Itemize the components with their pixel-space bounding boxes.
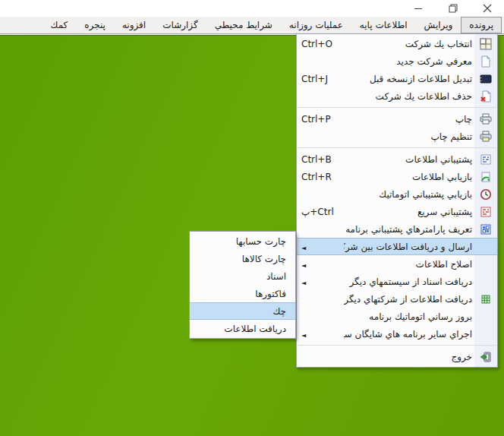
file-menu-item-20[interactable]: خروج [297, 348, 497, 365]
menubar-item-label: كمك [51, 20, 68, 30]
menubar-item-4[interactable]: شرايط محيطي [206, 17, 281, 33]
menu-separator [298, 345, 496, 346]
file-menu-item-17[interactable]: بروز رساني اتوماتيك برنامه [297, 308, 497, 325]
restore-button[interactable] [436, 0, 470, 17]
menubar-item-label: افزونه [122, 20, 146, 30]
submenu-item-label: دريافت اطلاعات [190, 324, 295, 334]
file-menu-item-13[interactable]: ارسال و دريافت اطلاعات بين شركتها◄ [297, 238, 497, 255]
menu-item-label: چاپ [344, 114, 474, 125]
new-document-icon [474, 55, 497, 68]
menu-item-shortcut: Ctrl+R [297, 172, 344, 182]
delete-document-icon [474, 90, 497, 103]
submenu-arrow-icon: ◄ [297, 276, 344, 287]
menubar-item-3[interactable]: عمليات روزانه [281, 17, 351, 33]
submenu-item-4[interactable]: چك [190, 302, 295, 320]
submenu-item-5[interactable]: دريافت اطلاعات [190, 320, 295, 337]
menu-item-label: خروج [344, 352, 474, 362]
submenu-item-label: فاكتورها [190, 289, 295, 299]
menubar-item-1[interactable]: ويرايش [416, 17, 461, 33]
menubar-item-0[interactable]: پرونده [461, 17, 502, 33]
menu-item-label: ارسال و دريافت اطلاعات بين شركتها [344, 242, 474, 252]
menu-item-shortcut: Ctrl+B [297, 154, 344, 165]
close-button[interactable] [470, 0, 504, 17]
menu-item-shortcut: Ctrl+J [297, 74, 344, 84]
close-icon [483, 4, 492, 13]
menubar-item-label: پرونده [469, 20, 493, 30]
printer-setup-icon [474, 131, 497, 143]
menu-item-label: انتخاب يك شركت [344, 39, 474, 49]
file-menu-item-11[interactable]: پشتيباني سريعCtrl+پ [297, 203, 497, 220]
menu-item-label: بازيابي پشتيباني اتوماتيك [344, 189, 474, 200]
file-menu-item-12[interactable]: تعريف پارامترهاي پشتيباني برنامه ريزي شد… [297, 220, 497, 238]
svg-text:C:\: C:\ [480, 77, 482, 83]
menu-item-label: بازيابي اطلاعات [344, 172, 474, 182]
menubar-item-2[interactable]: اطلاعات پايه [351, 17, 416, 33]
submenu-item-label: چارت كالاها [190, 254, 295, 264]
menubar-item-label: عمليات روزانه [289, 20, 343, 30]
menu-item-label: دريافت اسناد از سيستمهاي ديگر [344, 276, 474, 287]
menu-item-label: دريافت اطلاعات از شركتهاي ديگر [344, 294, 474, 305]
menu-item-label: اجراي ساير برنامه هاي شايگان سيستم [344, 329, 474, 340]
params-grid-icon [474, 223, 497, 235]
menu-item-label: تنظيم چاپ [344, 131, 474, 142]
file-menu-item-15[interactable]: دريافت اسناد از سيستمهاي ديگر◄ [297, 273, 497, 290]
menu-separator [298, 107, 496, 108]
menu-separator [298, 147, 496, 148]
submenu-arrow-icon: ◄ [297, 242, 344, 252]
clock-icon [474, 188, 497, 201]
file-menu-item-18[interactable]: اجراي ساير برنامه هاي شايگان سيستم◄ [297, 325, 497, 343]
file-menu-item-5[interactable]: چاپCtrl+P [297, 110, 497, 128]
file-menu-item-3[interactable]: حذف اطلاعات يك شركت [297, 87, 497, 105]
menu-item-label: تبديل اطلاعات ازنسخه قبل [344, 74, 474, 84]
backup-table-blue-icon [474, 153, 497, 166]
menu-item-label: معرفي شركت جديد [344, 56, 474, 67]
menu-item-label: اصلاح اطلاعات [344, 259, 474, 270]
menu-item-label: حذف اطلاعات يك شركت [344, 91, 474, 102]
restore-arrow-icon [474, 171, 497, 183]
menubar-item-label: اطلاعات پايه [360, 20, 408, 30]
submenu-item-2[interactable]: اسناد [190, 267, 295, 285]
import-chip-icon [474, 293, 497, 305]
file-menu-item-1[interactable]: معرفي شركت جديد [297, 52, 497, 70]
menu-bar: پروندهويرايشاطلاعات پايهعمليات روزانهشرا… [0, 17, 504, 34]
menubar-item-8[interactable]: كمك [43, 17, 77, 33]
menu-item-label: پشتيباني اطلاعات [344, 154, 474, 165]
menubar-item-5[interactable]: گزارشات [154, 17, 206, 33]
submenu-arrow-icon: ◄ [297, 329, 344, 340]
menubar-item-label: ويرايش [424, 20, 453, 30]
file-menu-dropdown: انتخاب يك شركتCtrl+Oمعرفي شركت جديدC:\تب… [296, 33, 498, 368]
file-menu-item-14[interactable]: اصلاح اطلاعات◄ [297, 255, 497, 273]
menubar-item-6[interactable]: افزونه [114, 17, 154, 33]
menu-item-label: بروز رساني اتوماتيك برنامه [344, 311, 474, 322]
submenu-arrow-icon: ◄ [297, 259, 344, 270]
menu-item-shortcut: Ctrl+پ [297, 207, 344, 217]
menubar-item-label: گزارشات [162, 20, 197, 30]
menubar-item-7[interactable]: پنجره [76, 17, 114, 33]
minimize-button[interactable] [402, 0, 436, 17]
exit-icon [474, 351, 497, 363]
submenu-item-1[interactable]: چارت كالاها [190, 250, 295, 267]
file-menu-item-16[interactable]: دريافت اطلاعات از شركتهاي ديگر [297, 290, 497, 308]
menubar-item-label: پنجره [84, 20, 106, 30]
menu-item-shortcut: Ctrl+O [297, 39, 344, 49]
submenu-item-0[interactable]: چارت حسابها [190, 232, 295, 250]
console-icon: C:\ [474, 73, 497, 85]
submenu-item-label: چارت حسابها [190, 236, 295, 247]
submenu-item-3[interactable]: فاكتورها [190, 285, 295, 302]
file-menu-item-8[interactable]: پشتيباني اطلاعاتCtrl+B [297, 150, 497, 168]
submenu-item-label: چك [190, 306, 295, 317]
menu-item-label: پشتيباني سريع [344, 207, 474, 217]
file-menu-item-0[interactable]: انتخاب يك شركتCtrl+O [297, 35, 497, 52]
menu-item-label: تعريف پارامترهاي پشتيباني برنامه ريزي شد… [344, 224, 474, 235]
file-menu-item-10[interactable]: بازيابي پشتيباني اتوماتيك [297, 185, 497, 203]
title-bar [0, 0, 504, 17]
menubar-item-label: شرايط محيطي [215, 20, 272, 30]
submenu-item-label: اسناد [190, 271, 295, 282]
file-menu-item-2[interactable]: C:\تبديل اطلاعات ازنسخه قبلCtrl+J [297, 70, 497, 87]
file-menu-item-6[interactable]: تنظيم چاپ [297, 128, 497, 145]
printer-icon [474, 113, 497, 125]
restore-icon [449, 4, 458, 13]
minimize-icon [414, 5, 423, 13]
file-menu-item-9[interactable]: بازيابي اطلاعاتCtrl+R [297, 168, 497, 185]
menu-item-shortcut: Ctrl+P [297, 114, 344, 125]
